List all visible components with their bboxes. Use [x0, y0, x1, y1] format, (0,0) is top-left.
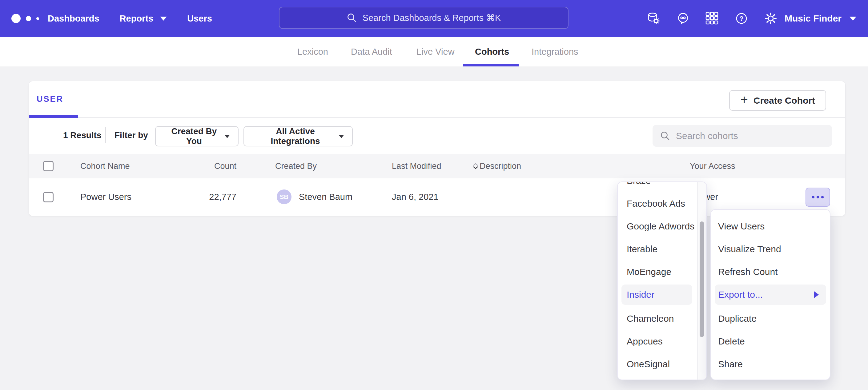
cohort-search-input[interactable] [676, 131, 825, 141]
filter-by-label: Filter by [115, 123, 148, 148]
chevron-down-icon [224, 135, 230, 138]
top-navigation-bar: Dashboards Reports Users Search Dashboar… [0, 0, 868, 37]
cohort-name-link[interactable]: Power Users [80, 178, 131, 215]
tab-live-view[interactable]: Live View [416, 37, 455, 66]
user-tab-underline [29, 115, 78, 118]
menu-item-duplicate[interactable]: Duplicate [711, 307, 830, 330]
submenu-scrollbar-track[interactable] [697, 182, 706, 380]
svg-text:?: ? [739, 15, 743, 23]
global-search-input[interactable]: Search Dashboards & Reports ⌘K [279, 7, 568, 29]
avatar: SB [277, 190, 291, 204]
submenu-arrow-icon [814, 291, 819, 298]
column-count[interactable]: Count [189, 154, 237, 178]
integrations-filter-dropdown[interactable]: All Active Integrations [244, 126, 353, 147]
tab-integrations[interactable]: Integrations [532, 37, 578, 66]
last-modified-date: Jan 6, 2021 [392, 178, 439, 215]
active-tab-underline [463, 64, 519, 66]
menu-item-delete[interactable]: Delete [711, 330, 830, 353]
topbar-icon-group: ? [647, 11, 778, 26]
menu-item-view-users[interactable]: View Users [711, 215, 830, 238]
menu-item-export-to[interactable]: Export to... [711, 285, 830, 307]
plus-icon: + [740, 94, 748, 106]
dot-icon [821, 196, 824, 198]
global-search-placeholder: Search Dashboards & Reports ⌘K [363, 12, 501, 23]
project-switcher[interactable]: Music Finder [784, 0, 856, 37]
search-icon [660, 131, 671, 141]
app-switcher-icon[interactable] [705, 11, 719, 26]
row-checkbox[interactable] [43, 192, 54, 202]
menu-item-braze[interactable]: Braze [618, 182, 706, 192]
nav-dashboards[interactable]: Dashboards [48, 13, 99, 24]
dot-icon [812, 196, 814, 198]
divider [105, 127, 106, 143]
cohort-count: 22,777 [189, 178, 237, 215]
help-icon[interactable]: ? [735, 11, 749, 26]
sort-icon[interactable] [472, 163, 479, 169]
dot-icon [816, 196, 819, 198]
row-actions-menu: View Users Visualize Trend Refresh Count… [710, 209, 831, 380]
nav-reports[interactable]: Reports [120, 13, 167, 24]
chevron-down-icon [339, 135, 344, 138]
primary-nav: Dashboards Reports Users [48, 0, 212, 37]
menu-item-share[interactable]: Share [711, 353, 830, 376]
data-management-tabs: Lexicon Data Audit Live View Cohorts Int… [0, 37, 868, 66]
search-icon [347, 12, 357, 23]
submenu-scrollbar-thumb[interactable] [700, 222, 704, 337]
settings-icon[interactable] [764, 11, 778, 26]
cohort-type-tabbar: USER + Create Cohort [29, 81, 845, 118]
export-destination-list: Braze Facebook Ads Google Adwords Iterab… [618, 182, 706, 376]
cohorts-page: { "topbar": { "nav_dashboards": "Dashboa… [0, 0, 868, 390]
menu-item-visualize-trend[interactable]: Visualize Trend [711, 238, 830, 261]
results-count: 1 Results [63, 123, 101, 148]
database-settings-icon[interactable] [647, 11, 661, 26]
column-cohort-name[interactable]: Cohort Name [80, 154, 130, 178]
menu-item-google-adwords[interactable]: Google Adwords [618, 215, 706, 238]
menu-item-insider[interactable]: Insider [618, 285, 706, 307]
select-all-checkbox[interactable] [43, 161, 54, 171]
table-header-row: Cohort Name Count Created By Last Modifi… [29, 154, 845, 178]
feedback-icon[interactable] [676, 11, 690, 26]
tab-user-cohorts[interactable]: USER [37, 81, 63, 117]
menu-item-chameleon[interactable]: Chameleon [618, 307, 706, 330]
menu-item-onesignal[interactable]: OneSignal [618, 353, 706, 376]
menu-item-appcues[interactable]: Appcues [618, 330, 706, 353]
menu-item-moengage[interactable]: MoEngage [618, 261, 706, 283]
created-by-filter-dropdown[interactable]: Created By You [155, 126, 239, 147]
row-actions-button[interactable] [806, 188, 830, 207]
project-name: Music Finder [784, 13, 841, 24]
mixpanel-logo-icon[interactable] [11, 0, 42, 37]
cohorts-panel: USER + Create Cohort 1 Results Filter by… [29, 81, 845, 216]
column-created-by[interactable]: Created By [275, 154, 317, 178]
menu-item-facebook-ads[interactable]: Facebook Ads [618, 192, 706, 215]
chevron-down-icon [849, 17, 856, 21]
chevron-down-icon [160, 17, 167, 21]
tab-lexicon[interactable]: Lexicon [297, 37, 328, 66]
column-description[interactable]: Description [479, 154, 521, 178]
cohort-search-box [653, 125, 832, 147]
created-by-name: Steven Baum [299, 178, 352, 215]
column-last-modified[interactable]: Last Modified [392, 154, 441, 178]
export-destination-submenu: Braze Facebook Ads Google Adwords Iterab… [617, 182, 707, 380]
create-cohort-button[interactable]: + Create Cohort [729, 90, 826, 111]
tab-data-audit[interactable]: Data Audit [351, 37, 392, 66]
menu-item-refresh-count[interactable]: Refresh Count [711, 261, 830, 283]
column-your-access[interactable]: Your Access [690, 154, 735, 178]
nav-users[interactable]: Users [187, 13, 212, 24]
tab-cohorts[interactable]: Cohorts [475, 37, 509, 66]
menu-item-iterable[interactable]: Iterable [618, 238, 706, 261]
